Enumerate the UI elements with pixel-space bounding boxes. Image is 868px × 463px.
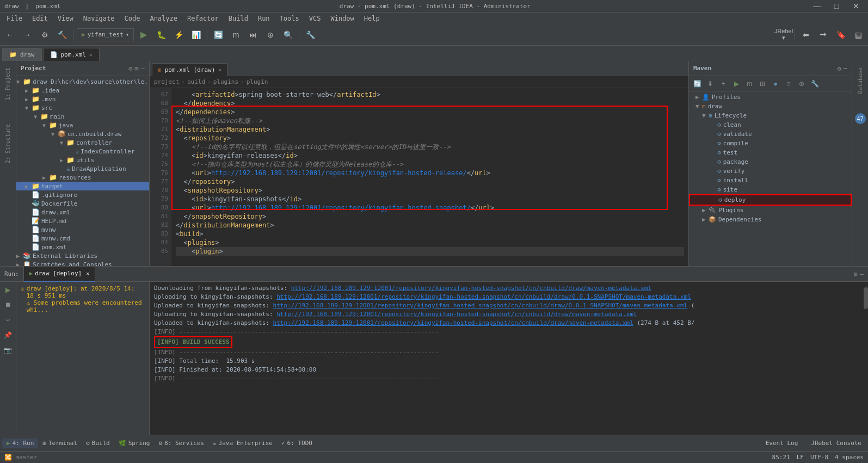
event-log-btn[interactable]: Event Log bbox=[761, 439, 803, 448]
run-scrollbar[interactable] bbox=[864, 282, 868, 435]
maven-profiles[interactable]: ▶ 👤 Profiles bbox=[689, 92, 852, 102]
tree-drawxml[interactable]: ▶ 📄 draw.xml bbox=[16, 208, 149, 217]
run-config-dropdown[interactable]: ▶ yifan_test ▾ bbox=[77, 28, 134, 41]
terminal-tools-btn[interactable]: ⊞ Terminal bbox=[38, 439, 82, 448]
tree-controller[interactable]: ▼ 📁 controller bbox=[16, 138, 149, 147]
sync-button[interactable]: 🔄 bbox=[211, 27, 226, 42]
tree-resources[interactable]: ▶ 📁 resources bbox=[16, 173, 149, 182]
bottom-settings-icon[interactable]: ⚙ bbox=[854, 270, 858, 278]
database-tab[interactable]: Database bbox=[856, 63, 864, 98]
menu-tools[interactable]: Tools bbox=[275, 14, 304, 23]
output-link5[interactable]: http://192.168.189.129:12001/repository/… bbox=[273, 319, 633, 326]
maven-download-btn[interactable]: ⬇ bbox=[704, 78, 716, 90]
breadcrumb-plugins[interactable]: plugins bbox=[213, 78, 238, 85]
bottom-minimize-icon[interactable]: — bbox=[860, 270, 864, 278]
tree-idea[interactable]: ▶ 📁 .idea bbox=[16, 86, 149, 95]
breadcrumb-project[interactable]: project bbox=[154, 78, 179, 85]
title-file2[interactable]: pom.xml bbox=[35, 3, 60, 10]
output-link4[interactable]: http://192.168.189.129:12001/repository/… bbox=[276, 311, 637, 318]
run-tools-btn[interactable]: ▶ 4: Run bbox=[2, 439, 38, 448]
tree-external[interactable]: ▶ 📚 External Libraries bbox=[16, 251, 149, 260]
profile-button[interactable]: 📊 bbox=[188, 27, 204, 42]
menu-run[interactable]: Run bbox=[254, 14, 274, 23]
project-tab[interactable]: 1: Project bbox=[4, 63, 12, 104]
maven-plugins[interactable]: ▶ 🔌 Plugins bbox=[689, 206, 852, 215]
todo-tools-btn[interactable]: ✓ 6: TODO bbox=[277, 439, 317, 448]
tree-src[interactable]: ▼ 📁 src bbox=[16, 103, 149, 112]
maven-reload-btn[interactable]: 🔄 bbox=[691, 78, 703, 90]
maven-settings-icon[interactable]: ⚙ bbox=[838, 65, 841, 72]
spring-tools-btn[interactable]: 🌿 Spring bbox=[114, 439, 155, 448]
menu-navigate[interactable]: Navigate bbox=[79, 14, 119, 23]
menu-analyze[interactable]: Analyze bbox=[145, 14, 182, 23]
tree-main[interactable]: ▼ 📁 main bbox=[16, 112, 149, 121]
maven-expand-btn[interactable]: ⊕ bbox=[796, 78, 808, 90]
jrebel-badge[interactable]: 47 bbox=[855, 113, 866, 124]
maven-parallel-btn[interactable]: ⊞ bbox=[756, 78, 768, 90]
editor-tab-close[interactable]: ✕ bbox=[218, 67, 221, 73]
build-button[interactable]: 🔨 bbox=[54, 27, 70, 42]
wrench-button[interactable]: 🔧 bbox=[303, 27, 318, 42]
maven-validate[interactable]: ▶ ⚙ validate bbox=[689, 129, 852, 139]
nav-back-button[interactable]: ⬅ bbox=[798, 27, 814, 42]
breadcrumb-build[interactable]: build bbox=[187, 78, 205, 85]
tree-package[interactable]: ▼ 📦 cn.cnbuild.draw bbox=[16, 129, 149, 138]
tree-root[interactable]: ▼ 📁 draw D:\hcr\dev\source\other\le... bbox=[16, 77, 149, 86]
bookmark-button[interactable]: 🔖 bbox=[833, 27, 848, 42]
maven-button[interactable]: m bbox=[228, 27, 243, 42]
menu-help[interactable]: Help bbox=[360, 14, 384, 23]
toggle-button[interactable]: ⊕ bbox=[263, 27, 278, 42]
maven-wrench-btn[interactable]: 🔧 bbox=[809, 78, 821, 90]
tree-dockerfile[interactable]: ▶ 🐳 Dockerfile bbox=[16, 199, 149, 208]
tree-drawapp[interactable]: ▶ ☕ DrawApplication bbox=[16, 164, 149, 173]
java-enterprise-tools-btn[interactable]: ☕ Java Enterprise bbox=[208, 439, 277, 448]
menu-view[interactable]: View bbox=[53, 14, 78, 23]
tree-gitignore[interactable]: ▶ 📄 .gitignore bbox=[16, 190, 149, 199]
status-git[interactable]: 🔀 master bbox=[4, 454, 37, 461]
output-link2[interactable]: http://192.168.189.129:12001/repository/… bbox=[276, 293, 691, 300]
maven-minimize-icon[interactable]: — bbox=[844, 65, 847, 72]
nav-fwd-button[interactable]: ⮕ bbox=[816, 27, 831, 42]
maven-test[interactable]: ▶ ⚙ test bbox=[689, 148, 852, 157]
maven-verify[interactable]: ▶ ⚙ verify bbox=[689, 166, 852, 176]
debug-button[interactable]: 🐛 bbox=[153, 27, 169, 42]
coverage-button[interactable]: ⚡ bbox=[171, 27, 186, 42]
search-button[interactable]: 🔍 bbox=[280, 27, 296, 42]
tree-mvn[interactable]: ▶ 📁 .mvn bbox=[16, 95, 149, 103]
tree-scratches[interactable]: ▶ 📋 Scratches and Consoles bbox=[16, 260, 149, 266]
status-encoding[interactable]: UTF-8 bbox=[810, 454, 828, 461]
maven-compile[interactable]: ▶ ⚙ compile bbox=[689, 139, 852, 148]
tree-utils[interactable]: ▶ 📁 utils bbox=[16, 156, 149, 164]
tree-indexcontroller[interactable]: ▶ ☕ IndexController bbox=[16, 147, 149, 156]
minimize-icon[interactable]: — bbox=[141, 65, 145, 72]
title-file1[interactable]: draw bbox=[4, 3, 19, 10]
status-indent[interactable]: 4 spaces bbox=[835, 454, 864, 461]
run-rerun-btn[interactable]: ↩ bbox=[2, 313, 15, 326]
run-stop-btn[interactable]: ⏹ bbox=[2, 298, 15, 311]
status-linesep[interactable]: LF bbox=[797, 454, 804, 461]
menu-file[interactable]: File bbox=[2, 14, 27, 23]
forward-button[interactable]: → bbox=[20, 27, 35, 42]
run-entry-main[interactable]: ⚠ draw [deploy]: at 2020/8/5 14: 18 s 95… bbox=[19, 284, 147, 314]
run-pin-btn[interactable]: 📌 bbox=[2, 329, 15, 342]
run-tab[interactable]: ▶ draw [deploy] ✕ bbox=[24, 267, 96, 282]
tree-pomxml[interactable]: ▶ 📄 pom.xml bbox=[16, 243, 149, 251]
maven-install[interactable]: ▶ ⚙ install bbox=[689, 176, 852, 185]
tree-mvnwcmd[interactable]: ▶ 📄 mvnw.cmd bbox=[16, 234, 149, 243]
run-play-btn[interactable]: ▶ bbox=[2, 283, 15, 296]
tree-mvnw[interactable]: ▶ 📄 mvnw bbox=[16, 225, 149, 234]
maven-package[interactable]: ▶ ⚙ package bbox=[689, 157, 852, 166]
services-tools-btn[interactable]: ⚙ 8: Services bbox=[154, 439, 208, 448]
layout-button[interactable]: ▦ bbox=[851, 27, 866, 42]
run-button[interactable]: ▶ bbox=[136, 27, 151, 42]
maven-add-btn[interactable]: + bbox=[717, 78, 729, 90]
maven-run-btn[interactable]: ▶ bbox=[730, 78, 742, 90]
output-link3[interactable]: http://192.168.189.129:12001/repository/… bbox=[273, 302, 688, 309]
menu-refactor[interactable]: Refactor bbox=[183, 14, 223, 23]
menu-window[interactable]: Window bbox=[326, 14, 358, 23]
settings-button[interactable]: ⚙ bbox=[37, 27, 52, 42]
menu-edit[interactable]: Edit bbox=[28, 14, 52, 23]
breadcrumb-plugin[interactable]: plugin bbox=[247, 78, 268, 85]
maven-skip-tests-btn[interactable]: ● bbox=[769, 78, 781, 90]
build-tools-btn[interactable]: ⚙ Build bbox=[82, 439, 114, 448]
